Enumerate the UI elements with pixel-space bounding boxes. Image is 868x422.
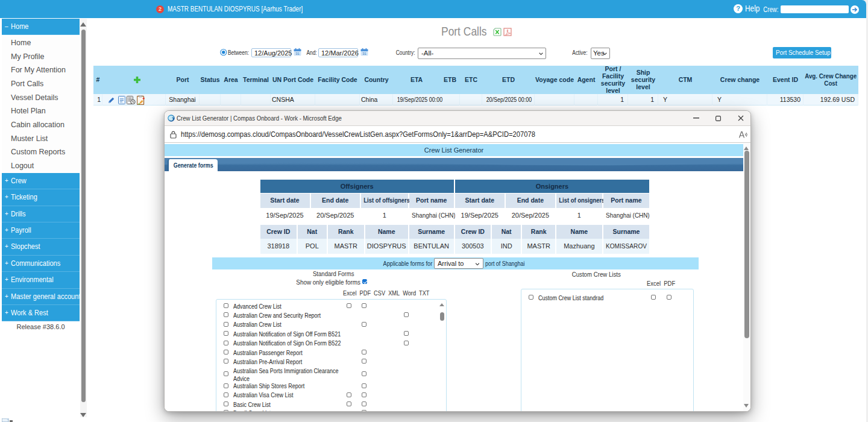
svg-text:31: 31 bbox=[362, 52, 366, 55]
